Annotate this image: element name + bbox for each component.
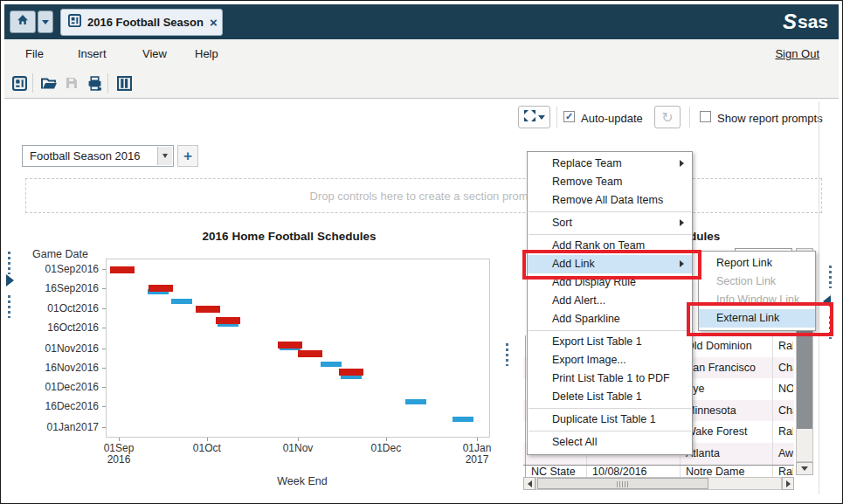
chart-bar-home-games-red[interactable] [216, 317, 240, 324]
scroll-left-button[interactable] [523, 477, 536, 490]
table-cell: Cha [772, 400, 793, 422]
menu-item-duplicate-list-table-1[interactable]: Duplicate List Table 1 [528, 411, 692, 429]
chart-bar-away-games-blue[interactable] [321, 362, 342, 367]
context-menu: Replace TeamRemove TeamRemove All Data I… [527, 151, 693, 455]
right-panel-splitter-handle[interactable] [829, 266, 832, 288]
menu-item-report-link[interactable]: Report Link [699, 254, 815, 273]
chart-bar-home-games-red[interactable] [298, 350, 322, 357]
home-menu-button[interactable] [38, 10, 53, 33]
open-button[interactable] [39, 73, 59, 93]
chevron-down-icon [538, 115, 545, 120]
menu-item-remove-all-data-items[interactable]: Remove All Data Items [528, 191, 692, 210]
menu-item-section-link: Section Link [699, 273, 815, 291]
chart-bar-home-games-red[interactable] [339, 369, 363, 376]
menu-item-external-link[interactable]: External Link [699, 309, 815, 328]
print-pdf-button[interactable] [85, 73, 104, 93]
scroll-down-button[interactable] [796, 462, 813, 475]
refresh-button[interactable]: ↻ [654, 106, 681, 128]
y-tick-mark [102, 288, 106, 289]
scroll-right-button[interactable] [782, 477, 794, 490]
menu-separator [529, 234, 691, 235]
add-section-button[interactable]: + [177, 145, 198, 167]
left-panel-splitter-handle[interactable] [8, 295, 10, 318]
menu-item-export-image[interactable]: Export Image... [528, 351, 692, 369]
x-tick-mark [119, 438, 120, 441]
chart-bar-home-games-red[interactable] [110, 266, 135, 273]
divider [556, 107, 557, 128]
menu-item-export-list-table-1[interactable]: Export List Table 1 [528, 333, 692, 351]
chart-bar-away-games-blue[interactable] [171, 299, 192, 304]
chart-bar-home-games-red[interactable] [278, 342, 302, 349]
table-cell: Minnesota [680, 400, 770, 422]
save-button-disabled[interactable] [62, 73, 81, 93]
tab-close-icon[interactable]: × [210, 17, 218, 28]
menu-separator [529, 431, 691, 432]
menu-item-print-list-table-1-to-pdf[interactable]: Print List Table 1 to PDF [528, 369, 692, 388]
panel-border [819, 101, 819, 494]
application-window: 2016 Football Season × Ssas FileInsertVi… [0, 0, 843, 504]
triangle-down-icon [801, 466, 808, 471]
x-tick-mark [477, 438, 478, 441]
y-tick-mark [102, 387, 106, 388]
menu-item-add-display-rule[interactable]: Add Display Rule [528, 273, 692, 292]
y-tick-mark [102, 308, 106, 309]
schedule-chart-plot-area [106, 259, 490, 438]
auto-update-checkbox[interactable]: ✓ [563, 111, 575, 122]
grip-icon [617, 481, 629, 487]
menu-item-add-sparkline[interactable]: Add Sparkline [528, 310, 692, 328]
add-link-submenu: Report LinkSection LinkInfo Window LinkE… [698, 251, 816, 331]
chart-bar-home-games-red[interactable] [149, 285, 173, 292]
y-tick-mark [102, 349, 106, 349]
section-prompt-drop-area[interactable]: Drop controls here to create a section p… [25, 178, 822, 213]
menubar-item-view[interactable]: View [137, 39, 172, 69]
menubar-item-insert[interactable]: Insert [73, 39, 112, 69]
toolbar-separator [32, 73, 33, 93]
sign-out-link[interactable]: Sign Out [775, 39, 819, 69]
y-tick-label: 01Nov2016 [27, 342, 99, 355]
y-tick-label: 16Oct2016 [27, 321, 99, 334]
horizontal-scrollbar-thumb[interactable] [537, 478, 708, 489]
table-cell: Old Dominion [680, 335, 770, 357]
menu-item-add-rank-on-team[interactable]: Add Rank on Team [528, 237, 692, 255]
menu-item-replace-team[interactable]: Replace Team [528, 155, 692, 173]
menu-item-add-link[interactable]: Add Link [528, 255, 692, 273]
table-cell: Notre Dame [680, 466, 770, 478]
expand-arrows-icon [524, 109, 536, 125]
list-table-title-fragment: dules [689, 230, 720, 243]
x-tick-label: 01Oct [179, 443, 235, 454]
menu-item-delete-list-table-1[interactable]: Delete List Table 1 [528, 388, 692, 406]
y-tick-mark [102, 328, 106, 328]
chevron-down-icon [157, 147, 172, 165]
menubar-item-help[interactable]: Help [190, 39, 224, 69]
new-report-button[interactable] [10, 73, 29, 93]
home-icon [16, 13, 30, 31]
expand-right-panel-icon[interactable] [823, 295, 831, 307]
chart-bar-away-games-blue[interactable] [405, 399, 426, 404]
save-icon [65, 76, 79, 90]
expand-left-panel-icon[interactable] [6, 274, 14, 287]
tab-2016-football-season[interactable]: 2016 Football Season × [60, 9, 223, 36]
chart-bar-away-games-blue[interactable] [453, 417, 473, 422]
table-row-nc-state[interactable]: NC State10/08/2016Notre DameRal [523, 465, 794, 478]
y-axis-title: Game Date [32, 248, 88, 260]
menubar-item-file[interactable]: File [20, 39, 49, 69]
menu-item-add-alert[interactable]: Add Alert... [528, 292, 692, 310]
show-report-prompts-label: Show report prompts [717, 112, 823, 125]
menu-item-sort[interactable]: Sort [528, 214, 692, 232]
section-dropdown[interactable]: Football Season 2016 [22, 145, 174, 167]
left-panel-splitter-handle[interactable] [8, 252, 10, 274]
menu-item-select-all[interactable]: Select All [528, 433, 692, 452]
triangle-right-icon [786, 480, 791, 487]
chart-bar-home-games-red[interactable] [196, 306, 220, 313]
show-report-prompts-checkbox[interactable] [700, 111, 711, 122]
submenu-arrow-icon [680, 219, 684, 226]
center-splitter-handle[interactable] [506, 343, 508, 366]
table-cell: Atlanta [680, 443, 770, 465]
home-button[interactable] [10, 10, 36, 33]
toolbar-separator [107, 73, 108, 93]
y-tick-label: 01Sep2016 [27, 263, 99, 275]
right-panel-splitter-handle[interactable] [829, 316, 832, 339]
maximize-button[interactable] [518, 106, 550, 128]
layout-panels-button[interactable] [114, 73, 134, 93]
menu-item-remove-team[interactable]: Remove Team [528, 173, 692, 191]
